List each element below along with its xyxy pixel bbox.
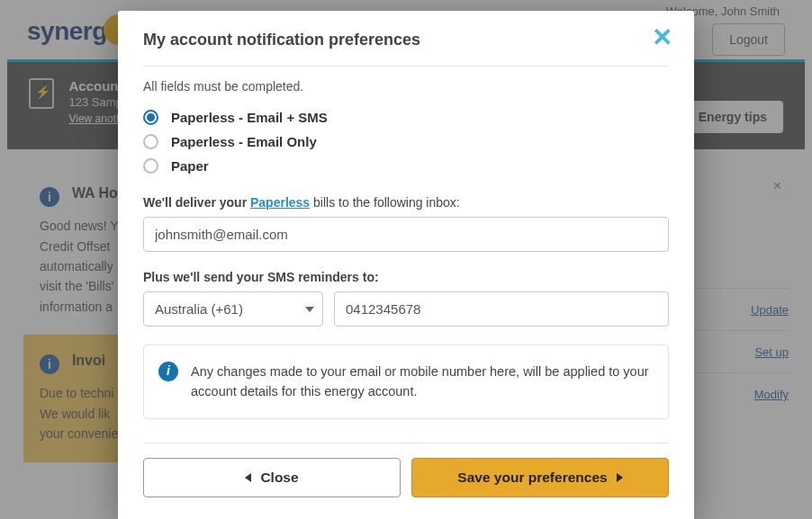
radio-icon — [143, 158, 158, 174]
delivery-method-radio-group: Paperless - Email + SMS Paperless - Emai… — [143, 110, 669, 174]
email-input[interactable] — [143, 217, 669, 252]
close-button-label: Close — [260, 470, 298, 486]
radio-label: Paperless - Email + SMS — [171, 110, 328, 125]
radio-paperless-email-only[interactable]: Paperless - Email Only — [143, 134, 669, 149]
info-icon: i — [158, 362, 178, 381]
notification-preferences-modal: ✕ My account notification preferences Al… — [118, 11, 694, 519]
required-hint: All fields must be completed. — [143, 79, 669, 94]
radio-label: Paper — [171, 158, 209, 174]
sms-label: Plus we'll send your SMS reminders to: — [143, 270, 669, 284]
save-preferences-button[interactable]: Save your preferences — [411, 458, 669, 497]
phone-input[interactable] — [334, 291, 669, 327]
divider — [143, 443, 669, 443]
save-button-label: Save your preferences — [457, 470, 607, 486]
paperless-link[interactable]: Paperless — [250, 195, 310, 210]
info-callout-text: Any changes made to your email or mobile… — [191, 364, 649, 398]
radio-label: Paperless - Email Only — [171, 134, 317, 149]
radio-paperless-email-sms[interactable]: Paperless - Email + SMS — [143, 110, 669, 125]
chevron-left-icon — [245, 473, 251, 482]
modal-title: My account notification preferences — [143, 31, 669, 49]
info-callout: i Any changes made to your email or mobi… — [143, 345, 669, 419]
email-label: We'll deliver your Paperless bills to th… — [143, 195, 669, 210]
close-button[interactable]: Close — [143, 458, 401, 497]
divider — [143, 66, 669, 67]
chevron-right-icon — [617, 473, 623, 482]
radio-paper[interactable]: Paper — [143, 158, 669, 174]
radio-icon — [143, 110, 158, 125]
radio-icon — [143, 134, 158, 149]
country-code-select[interactable]: Australia (+61) — [143, 291, 323, 327]
modal-close-icon[interactable]: ✕ — [652, 31, 672, 46]
